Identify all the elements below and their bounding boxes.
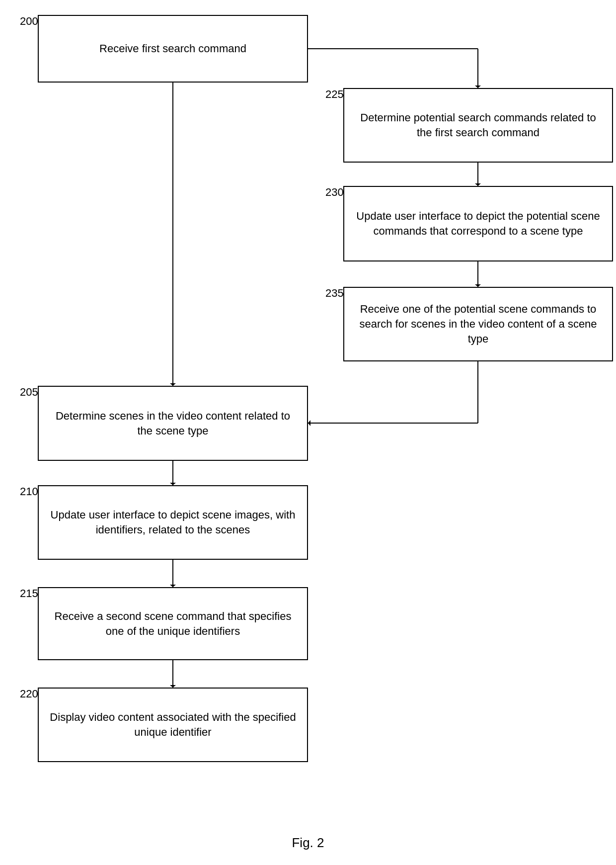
box-200-text: Receive first search command [99, 41, 246, 56]
label-235: 235 [325, 287, 344, 300]
box-225-text: Determine potential search commands rela… [352, 110, 604, 140]
fig-label: Fig. 2 [258, 835, 358, 851]
box-235: Receive one of the potential scene comma… [343, 287, 613, 361]
box-205: Determine scenes in the video content re… [38, 386, 308, 461]
label-225: 225 [325, 88, 344, 101]
label-230: 230 [325, 186, 344, 199]
box-215-text: Receive a second scene command that spec… [47, 609, 299, 638]
label-205: 205 [20, 386, 38, 399]
box-235-text: Receive one of the potential scene comma… [352, 302, 604, 346]
box-200: Receive first search command [38, 15, 308, 83]
box-215: Receive a second scene command that spec… [38, 587, 308, 660]
label-215: 215 [20, 587, 38, 600]
box-220: Display video content associated with th… [38, 688, 308, 762]
box-230: Update user interface to depict the pote… [343, 186, 613, 261]
box-210: Update user interface to depict scene im… [38, 485, 308, 560]
label-200: 200 [20, 15, 38, 28]
box-210-text: Update user interface to depict scene im… [47, 508, 299, 537]
label-220: 220 [20, 688, 38, 700]
box-225: Determine potential search commands rela… [343, 88, 613, 163]
diagram-container: Receive first search command 200 Determi… [0, 0, 616, 865]
box-205-text: Determine scenes in the video content re… [47, 409, 299, 438]
box-220-text: Display video content associated with th… [47, 710, 299, 739]
svg-marker-11 [308, 420, 310, 426]
box-230-text: Update user interface to depict the pote… [352, 209, 604, 238]
label-210: 210 [20, 485, 38, 498]
